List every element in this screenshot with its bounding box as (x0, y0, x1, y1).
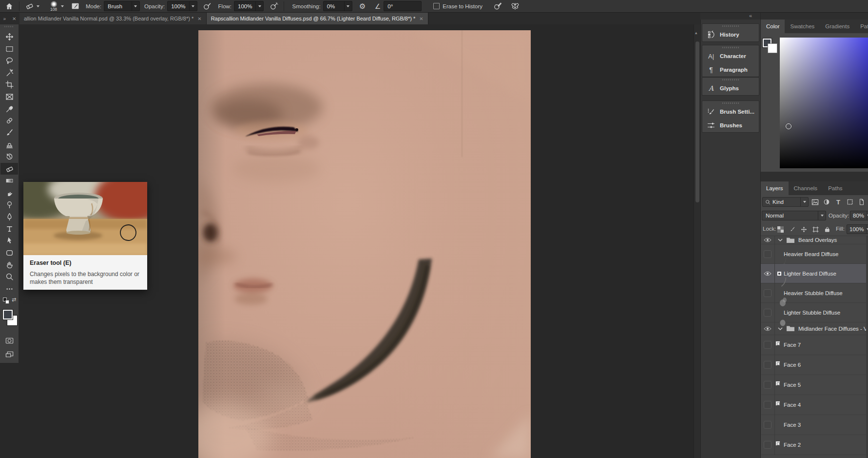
lock-transparent-icon[interactable] (776, 225, 785, 234)
move-tool[interactable] (0, 31, 18, 42)
chevron-down-icon[interactable] (778, 327, 783, 330)
panel-button-brushes[interactable]: Brushes (702, 119, 759, 132)
panel-button-character[interactable]: A| Character (702, 49, 759, 63)
brush-preview[interactable]: 108 (46, 1, 61, 11)
screen-mode-button[interactable] (0, 348, 18, 360)
visibility-toggle[interactable] (761, 303, 775, 322)
document-tab[interactable]: allion Midlander Vanilla Normal.psd @ 33… (19, 13, 207, 24)
dock-gripper[interactable] (722, 25, 739, 27)
crop-tool[interactable] (0, 79, 18, 90)
layer-row[interactable]: Heavier Stubble Diffuse (761, 283, 868, 303)
layer-list-scrollbar[interactable] (866, 236, 868, 458)
erase-to-history-checkbox[interactable] (433, 3, 440, 9)
tab-channels[interactable]: Channels (789, 181, 823, 195)
visibility-toggle[interactable] (761, 415, 775, 435)
history-brush-tool[interactable] (0, 151, 18, 162)
visibility-toggle[interactable] (761, 322, 775, 335)
visibility-toggle[interactable] (761, 395, 775, 415)
gradient-tool[interactable] (0, 175, 18, 186)
spot-healing-tool[interactable] (0, 115, 18, 126)
layer-row[interactable]: Face 3 (761, 415, 868, 435)
toggle-brush-settings-button[interactable] (69, 1, 81, 12)
tab-layers[interactable]: Layers (761, 181, 789, 195)
background-color-chip[interactable] (768, 43, 777, 53)
dock-gripper[interactable] (722, 102, 739, 104)
smudge-tool[interactable] (0, 187, 18, 199)
tab-swatches[interactable]: Swatches (785, 20, 820, 33)
panel-button-glyphs[interactable]: A Glyphs (702, 81, 759, 95)
layer-row[interactable]: Heavier Beard Diffuse (761, 244, 868, 264)
layer-row[interactable]: Face 5 (761, 375, 868, 395)
swap-colors-icon[interactable]: ⇄ (12, 297, 16, 303)
pen-tool[interactable] (0, 211, 18, 222)
panel-button-brush-settings[interactable]: Brush Setti... (702, 105, 759, 119)
pressure-opacity-icon[interactable] (201, 1, 214, 12)
color-picker-field[interactable] (780, 38, 868, 168)
collapse-panels-icon[interactable]: « (749, 13, 752, 19)
filter-pixel-layers-icon[interactable] (810, 198, 819, 206)
scroll-up-icon[interactable]: ▴ (695, 30, 697, 35)
hand-tool[interactable] (0, 259, 18, 270)
close-panel-icon[interactable]: ✕ (12, 16, 16, 21)
chevron-down-icon[interactable] (778, 239, 783, 241)
layer-row[interactable]: Lighter Stubble Diffuse (761, 303, 868, 322)
layer-group-row[interactable]: Beard Overlays (761, 236, 868, 244)
document-scrollbar[interactable]: ▴ (694, 24, 701, 458)
tab-color[interactable]: Color (761, 20, 785, 33)
rectangular-marquee-tool[interactable] (0, 43, 18, 55)
lock-artboard-icon[interactable] (811, 225, 820, 234)
active-tool-eraser-icon[interactable] (23, 1, 36, 12)
opacity-dropdown[interactable]: 100% (167, 1, 197, 11)
visibility-toggle[interactable] (761, 264, 775, 283)
foreground-color-swatch[interactable] (2, 309, 13, 320)
layer-opacity-field[interactable]: 80% (850, 211, 868, 220)
lasso-tool[interactable] (0, 55, 18, 66)
document-canvas[interactable] (198, 30, 531, 458)
dock-gripper[interactable] (722, 47, 739, 48)
filter-shape-layers-icon[interactable] (846, 198, 854, 206)
visibility-toggle[interactable] (761, 355, 775, 375)
expand-panel-icon[interactable]: » (3, 16, 6, 21)
smoothing-gear-icon[interactable]: ⚙ (356, 1, 369, 12)
layer-filter-kind-dropdown[interactable]: Kind (762, 197, 809, 207)
pressure-size-icon[interactable] (491, 1, 504, 12)
dock-gripper[interactable] (722, 79, 739, 80)
layer-row[interactable]: Face 4 (761, 395, 868, 415)
edit-toolbar-button[interactable] (0, 283, 18, 295)
layer-row[interactable]: Face 7 (761, 335, 868, 355)
toolbar-gripper[interactable] (4, 26, 14, 27)
tool-preset-caret[interactable] (37, 5, 39, 7)
brush-tool[interactable] (0, 127, 18, 139)
visibility-toggle[interactable] (761, 375, 775, 395)
visibility-toggle[interactable] (761, 435, 775, 455)
paint-symmetry-icon[interactable] (509, 1, 521, 12)
layer-row[interactable]: Face 2 (761, 435, 868, 455)
panel-button-history[interactable]: History (702, 28, 759, 41)
smoothing-dropdown[interactable]: 0% (323, 1, 352, 11)
flow-dropdown[interactable]: 100% (234, 1, 264, 11)
layer-row[interactable]: Face 6 (761, 355, 868, 375)
zoom-tool[interactable] (0, 271, 18, 282)
lock-position-icon[interactable] (799, 225, 808, 234)
blend-mode-dropdown[interactable]: Normal (762, 211, 826, 220)
airbrush-icon[interactable] (268, 1, 280, 12)
filter-adjustment-layers-icon[interactable] (822, 198, 831, 206)
filter-type-layers-icon[interactable]: T (834, 198, 843, 206)
magic-wand-tool[interactable] (0, 67, 18, 79)
layer-group-row[interactable]: Midlander Face Diffuses - Vanilla (761, 322, 868, 335)
lock-pixels-icon[interactable] (788, 225, 796, 234)
quick-mask-button[interactable] (0, 335, 18, 346)
shape-tool[interactable] (0, 247, 18, 259)
tab-patterns[interactable]: Patterns (855, 20, 868, 33)
path-select-tool[interactable] (0, 235, 18, 246)
eraser-tool[interactable] (0, 163, 18, 175)
visibility-toggle[interactable] (761, 244, 775, 263)
mode-dropdown[interactable]: Brush (104, 1, 140, 11)
lock-all-icon[interactable] (823, 225, 831, 234)
layer-fill-field[interactable]: 100% (847, 224, 868, 234)
panel-button-paragraph[interactable]: ¶ Paragraph (702, 63, 759, 77)
eyedropper-tool[interactable] (0, 103, 18, 115)
clone-stamp-tool[interactable] (0, 139, 18, 150)
visibility-toggle[interactable] (761, 236, 775, 244)
visibility-toggle[interactable] (761, 335, 775, 355)
